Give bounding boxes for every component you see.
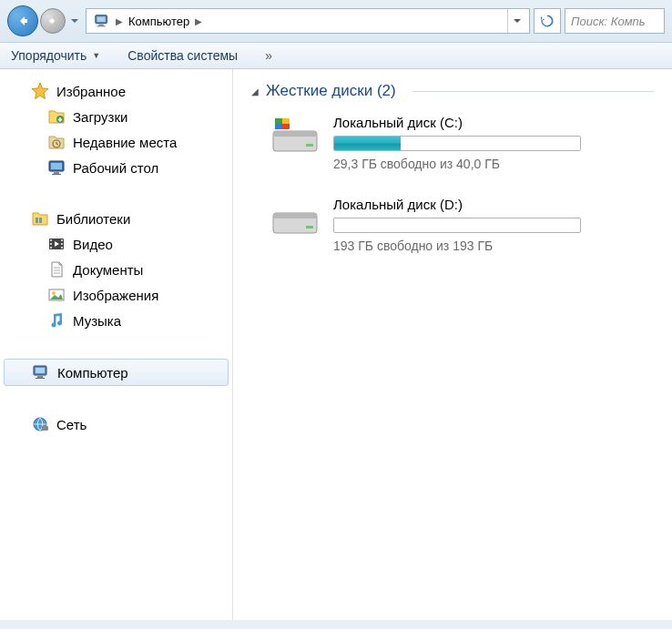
sidebar-item-favorites[interactable]: Избранное (0, 78, 232, 104)
drive-icon (270, 115, 321, 155)
label: Музыка (73, 313, 121, 329)
forward-button[interactable] (40, 8, 66, 34)
svg-rect-11 (39, 218, 42, 223)
sidebar-item-video[interactable]: Видео (0, 231, 232, 257)
label: Недавние места (73, 135, 177, 150)
recent-icon (47, 133, 66, 151)
main-area: Избранное Загрузки Недавние места Рабочи… (0, 69, 672, 620)
star-icon (31, 82, 49, 100)
label: Рабочий стол (73, 160, 158, 176)
pictures-icon (47, 286, 66, 304)
label: Загрузки (73, 109, 127, 125)
search-placeholder: Поиск: Компь (571, 15, 646, 28)
drive-usage-bar (333, 218, 581, 233)
sidebar-item-music[interactable]: Музыка (0, 308, 232, 333)
breadcrumb-sep-icon[interactable]: ▶ (195, 16, 202, 26)
svg-rect-18 (61, 247, 63, 249)
svg-rect-35 (282, 118, 290, 124)
sidebar-item-documents[interactable]: Документы (0, 257, 232, 282)
sidebar-group-favorites: Избранное Загрузки Недавние места Рабочи… (0, 78, 232, 180)
sidebar-item-recent[interactable]: Недавние места (0, 129, 232, 155)
computer-icon (94, 13, 110, 29)
drive-info: Локальный диск (C:) 29,3 ГБ свободно из … (333, 115, 654, 171)
search-input[interactable]: Поиск: Компь (565, 8, 665, 34)
section-header-drives[interactable]: ◢ Жесткие диски (2) (251, 82, 654, 100)
svg-rect-7 (51, 163, 62, 169)
svg-rect-26 (37, 376, 43, 378)
svg-rect-2 (98, 25, 103, 26)
sidebar-item-downloads[interactable]: Загрузки (0, 104, 232, 129)
refresh-button[interactable] (534, 8, 561, 34)
video-icon (47, 235, 66, 253)
svg-rect-17 (61, 243, 63, 245)
sidebar-item-computer[interactable]: Компьютер (4, 359, 229, 386)
svg-rect-10 (36, 218, 38, 223)
svg-rect-32 (306, 144, 313, 147)
svg-rect-27 (36, 378, 45, 379)
downloads-icon (47, 107, 66, 126)
drive-icon (270, 197, 321, 237)
libraries-icon (31, 209, 49, 228)
sidebar-item-pictures[interactable]: Изображения (0, 282, 232, 308)
organize-menu[interactable]: Упорядочить ▼ (11, 48, 100, 63)
sidebar-group-libraries: Библиотеки Видео Документы Изображения (0, 206, 232, 333)
nav-history-dropdown[interactable] (67, 14, 82, 28)
breadcrumb-sep-icon[interactable]: ▶ (116, 16, 123, 26)
drive-name: Локальный диск (D:) (333, 197, 654, 212)
svg-rect-39 (306, 226, 313, 228)
svg-rect-29 (42, 426, 48, 431)
svg-rect-34 (275, 118, 282, 124)
svg-rect-36 (275, 124, 282, 129)
address-dropdown[interactable] (507, 9, 525, 33)
address-bar[interactable]: ▶ Компьютер ▶ (86, 8, 530, 34)
desktop-icon (47, 158, 66, 177)
documents-icon (47, 260, 66, 279)
separator (412, 91, 654, 92)
svg-rect-31 (273, 131, 317, 137)
drive-usage-bar (333, 136, 581, 151)
system-properties-button[interactable]: Свойства системы (127, 48, 238, 63)
network-icon (31, 415, 49, 433)
svg-rect-8 (54, 172, 59, 174)
label: Сеть (56, 417, 87, 432)
label: Видео (73, 237, 113, 252)
label: Библиотеки (56, 211, 130, 227)
label: Документы (73, 262, 143, 278)
back-button[interactable] (7, 5, 38, 36)
sidebar: Избранное Загрузки Недавние места Рабочи… (0, 69, 233, 620)
drive-usage-fill (334, 137, 401, 150)
label: Изображения (73, 288, 158, 303)
sidebar-item-network[interactable]: Сеть (0, 411, 232, 437)
collapse-icon: ◢ (251, 86, 259, 96)
svg-rect-9 (52, 174, 61, 175)
svg-rect-13 (50, 239, 52, 241)
section-title: Жесткие диски (2) (266, 82, 396, 100)
svg-rect-14 (50, 243, 52, 245)
svg-point-23 (52, 291, 56, 295)
drive-item-d[interactable]: Локальный диск (D:) 193 ГБ свободно из 1… (251, 197, 654, 253)
drive-info: Локальный диск (D:) 193 ГБ свободно из 1… (333, 197, 654, 253)
sidebar-item-libraries[interactable]: Библиотеки (0, 206, 232, 231)
computer-icon (32, 363, 50, 381)
navigation-bar: ▶ Компьютер ▶ Поиск: Компь (0, 0, 672, 43)
drive-status: 29,3 ГБ свободно из 40,0 ГБ (333, 157, 654, 171)
chevron-down-icon: ▼ (92, 51, 100, 60)
svg-rect-1 (97, 17, 106, 22)
toolbar: Упорядочить ▼ Свойства системы » (0, 43, 672, 69)
music-icon (47, 311, 66, 330)
breadcrumb-location[interactable]: Компьютер (125, 15, 193, 28)
toolbar-overflow[interactable]: » (265, 48, 272, 63)
svg-rect-16 (61, 239, 63, 241)
svg-rect-15 (50, 247, 52, 249)
sidebar-group-network: Сеть (0, 411, 232, 437)
drive-name: Локальный диск (C:) (333, 115, 654, 130)
drive-status: 193 ГБ свободно из 193 ГБ (333, 238, 654, 253)
sidebar-item-desktop[interactable]: Рабочий стол (0, 155, 232, 180)
properties-label: Свойства системы (127, 48, 238, 63)
label: Избранное (56, 84, 126, 99)
label: Компьютер (57, 365, 128, 380)
organize-label: Упорядочить (11, 48, 87, 63)
svg-rect-25 (36, 368, 45, 373)
drive-item-c[interactable]: Локальный диск (C:) 29,3 ГБ свободно из … (251, 115, 654, 171)
svg-rect-3 (97, 25, 106, 26)
